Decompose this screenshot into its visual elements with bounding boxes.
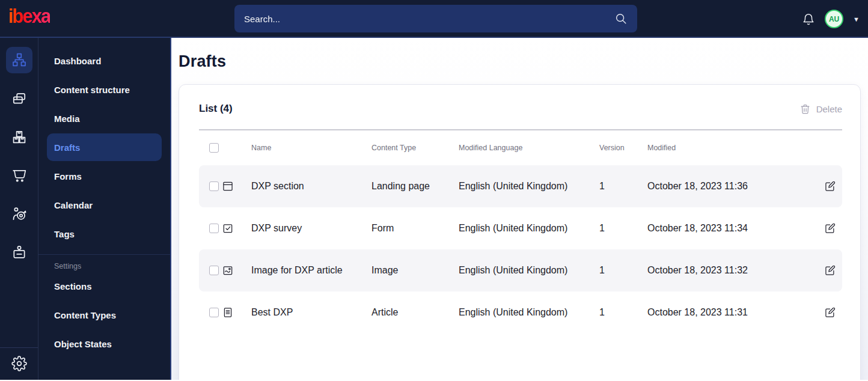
search-icon[interactable]	[614, 12, 628, 25]
edit-icon[interactable]	[824, 306, 836, 319]
sidebar-item-content-types[interactable]: Content Types	[38, 300, 170, 329]
rail-item-content[interactable]	[6, 47, 32, 73]
row-checkbox[interactable]	[209, 266, 219, 275]
page-title: Drafts	[179, 52, 868, 71]
row-modified: October 18, 2023 11:36	[647, 181, 811, 192]
row-checkbox[interactable]	[209, 181, 219, 191]
column-header-version: Version	[599, 144, 647, 152]
list-title: List (4)	[199, 103, 233, 115]
row-version: 1	[599, 307, 647, 318]
global-search[interactable]	[234, 5, 637, 32]
settings-gear-icon[interactable]	[11, 356, 27, 371]
row-content-type: Landing page	[371, 181, 459, 192]
edit-icon[interactable]	[824, 264, 836, 276]
user-avatar[interactable]: AU	[825, 10, 843, 28]
table-header-row: Name Content Type Modified Language Vers…	[199, 130, 842, 165]
topbar: ibexa AU ▼	[0, 0, 868, 38]
edit-icon[interactable]	[824, 180, 836, 192]
sidebar-menu: Dashboard Content structure Media Drafts…	[38, 38, 171, 380]
trash-icon	[799, 103, 811, 115]
notifications-bell-icon[interactable]	[802, 13, 815, 26]
row-checkbox[interactable]	[209, 308, 219, 317]
sidebar-item-drafts[interactable]: Drafts	[47, 133, 162, 161]
row-language: English (United Kingdom)	[459, 223, 599, 234]
icon-rail	[0, 38, 38, 380]
article-icon	[222, 306, 234, 319]
ibexa-logo[interactable]: ibexa	[8, 5, 50, 28]
drafts-card: List (4) Delete Name Content Type Modif	[179, 84, 861, 380]
row-version: 1	[599, 223, 647, 234]
row-content-type: Article	[371, 307, 459, 318]
sitemap-icon	[11, 52, 27, 68]
boxes-icon	[11, 129, 27, 145]
row-checkbox[interactable]	[209, 224, 219, 233]
row-modified: October 18, 2023 11:31	[647, 307, 811, 318]
row-name[interactable]: Image for DXP article	[251, 265, 371, 276]
image-icon	[222, 264, 234, 276]
rail-item-product-catalog[interactable]	[6, 124, 32, 150]
pages-icon	[11, 91, 27, 106]
row-version: 1	[599, 181, 647, 192]
sidebar-item-content-structure[interactable]: Content structure	[38, 75, 170, 104]
row-language: English (United Kingdom)	[459, 265, 599, 276]
row-name[interactable]: Best DXP	[251, 307, 371, 318]
row-language: English (United Kingdom)	[459, 307, 599, 318]
user-menu-caret-icon[interactable]: ▼	[853, 16, 860, 23]
form-icon	[222, 222, 234, 234]
column-header-modified-language: Modified Language	[459, 144, 599, 152]
rail-item-personalization[interactable]	[6, 201, 32, 227]
delete-button[interactable]: Delete	[799, 103, 842, 115]
sidebar-item-sections[interactable]: Sections	[38, 272, 170, 300]
settings-section-label: Settings	[38, 255, 170, 272]
row-content-type: Image	[371, 265, 459, 276]
search-input[interactable]	[244, 14, 614, 24]
row-name[interactable]: DXP section	[251, 181, 371, 192]
personalization-target-icon	[11, 206, 27, 222]
select-all-checkbox[interactable]	[209, 143, 219, 153]
column-header-modified: Modified	[647, 144, 811, 152]
rail-item-commerce[interactable]	[6, 162, 32, 189]
table-row[interactable]: Image for DXP article Image English (Uni…	[199, 249, 842, 291]
row-modified: October 18, 2023 11:34	[647, 223, 811, 234]
landing-page-icon	[222, 180, 234, 192]
rail-item-storefront[interactable]	[6, 239, 32, 266]
badge-person-icon	[11, 245, 27, 260]
sidebar-item-object-states[interactable]: Object States	[38, 329, 170, 358]
table-row[interactable]: DXP survey Form English (United Kingdom)…	[199, 207, 842, 249]
row-name[interactable]: DXP survey	[251, 223, 371, 234]
table-row[interactable]: Best DXP Article English (United Kingdom…	[199, 291, 842, 334]
row-version: 1	[599, 265, 647, 276]
column-header-content-type: Content Type	[371, 144, 459, 152]
row-content-type: Form	[371, 223, 459, 234]
row-language: English (United Kingdom)	[459, 181, 599, 192]
main-content: Drafts List (4) Delete Name	[171, 38, 868, 380]
delete-label: Delete	[816, 104, 842, 114]
row-modified: October 18, 2023 11:32	[647, 265, 811, 276]
table-row[interactable]: DXP section Landing page English (United…	[199, 165, 842, 207]
sidebar-item-media[interactable]: Media	[38, 104, 170, 133]
sidebar-item-forms[interactable]: Forms	[38, 162, 170, 190]
rail-item-pages[interactable]	[6, 85, 32, 112]
sidebar-item-dashboard[interactable]: Dashboard	[38, 46, 170, 75]
column-header-name: Name	[251, 144, 371, 152]
sidebar-item-calendar[interactable]: Calendar	[38, 190, 170, 219]
shopping-cart-icon	[11, 168, 27, 183]
edit-icon[interactable]	[824, 222, 836, 234]
sidebar-item-tags[interactable]: Tags	[38, 219, 170, 248]
